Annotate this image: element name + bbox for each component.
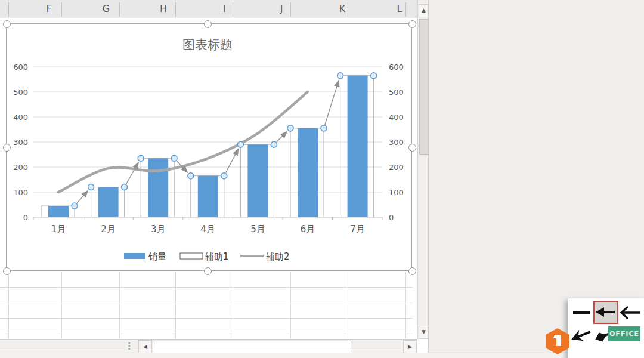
scroll-right-icon[interactable]: ▶ (403, 340, 417, 353)
svg-text:0: 0 (389, 213, 394, 222)
selection-handle[interactable] (408, 144, 416, 152)
svg-text:销量: 销量 (148, 251, 166, 262)
vertical-scroll-thumb[interactable] (419, 19, 428, 155)
svg-text:600: 600 (13, 63, 28, 72)
scroll-left-icon[interactable]: ◀ (138, 340, 152, 353)
column-header-row[interactable]: FGHIJKL (0, 0, 417, 18)
svg-text:6月: 6月 (301, 224, 315, 234)
worksheet[interactable]: FGHIJKL 00100100200200300300400400500500… (0, 0, 417, 358)
svg-text:300: 300 (389, 138, 404, 147)
svg-text:200: 200 (389, 163, 404, 172)
svg-text:100: 100 (389, 188, 404, 197)
column-header-F[interactable]: F (37, 3, 61, 14)
column-header-H[interactable]: H (151, 3, 175, 14)
svg-text:400: 400 (389, 113, 404, 122)
svg-text:100: 100 (13, 188, 28, 197)
svg-text:辅助1: 辅助1 (205, 251, 229, 262)
horizontal-scrollbar[interactable]: ••• ◀ ▶ (0, 339, 417, 354)
vertical-scrollbar[interactable]: ▲ ▼ (417, 0, 429, 339)
column-header-J[interactable]: J (270, 3, 293, 14)
svg-text:辅助2: 辅助2 (266, 251, 290, 262)
arrow-option-open[interactable] (618, 302, 642, 324)
column-header-I[interactable]: I (212, 3, 236, 14)
selection-handle[interactable] (3, 20, 11, 28)
status-bar-edge (0, 353, 644, 358)
arrow-type-gallery (568, 298, 644, 358)
column-header-L[interactable]: L (388, 3, 411, 14)
selection-handle[interactable] (408, 267, 416, 275)
svg-text:1月: 1月 (51, 224, 66, 234)
svg-text:500: 500 (13, 88, 28, 97)
arrow-option-stealth[interactable] (569, 325, 593, 347)
svg-text:300: 300 (13, 138, 28, 147)
svg-text:400: 400 (13, 113, 28, 122)
svg-text:4月: 4月 (201, 224, 216, 234)
chart-object[interactable]: 00100100200200300300400400500500600600图表… (6, 23, 412, 271)
selection-handle[interactable] (408, 20, 416, 28)
horizontal-scroll-thumb[interactable] (153, 341, 351, 353)
svg-text:2月: 2月 (101, 224, 116, 234)
arrow-option-triangle-selected[interactable] (593, 301, 618, 324)
chart-canvas: 00100100200200300300400400500500600600图表… (7, 24, 411, 270)
svg-text:5月: 5月 (250, 224, 265, 234)
column-header-G[interactable]: G (94, 3, 118, 14)
scroll-down-icon[interactable]: ▼ (419, 326, 429, 339)
selection-handle[interactable] (204, 20, 212, 28)
svg-text:600: 600 (389, 63, 404, 72)
scroll-up-icon[interactable]: ▲ (419, 4, 429, 17)
svg-text:图表标题: 图表标题 (182, 38, 233, 52)
column-header-K[interactable]: K (330, 3, 354, 14)
arrow-option-diamond[interactable] (593, 325, 617, 347)
splitter-grip-icon[interactable]: ••• (128, 342, 131, 351)
svg-text:7月: 7月 (350, 224, 365, 234)
selection-handle[interactable] (3, 144, 11, 152)
svg-text:500: 500 (389, 88, 404, 97)
selection-handle[interactable] (3, 267, 11, 275)
svg-text:3月: 3月 (151, 224, 166, 234)
arrow-option-none[interactable] (569, 302, 593, 324)
svg-text:200: 200 (13, 163, 28, 172)
selection-handle[interactable] (204, 267, 212, 275)
svg-text:0: 0 (23, 213, 28, 222)
